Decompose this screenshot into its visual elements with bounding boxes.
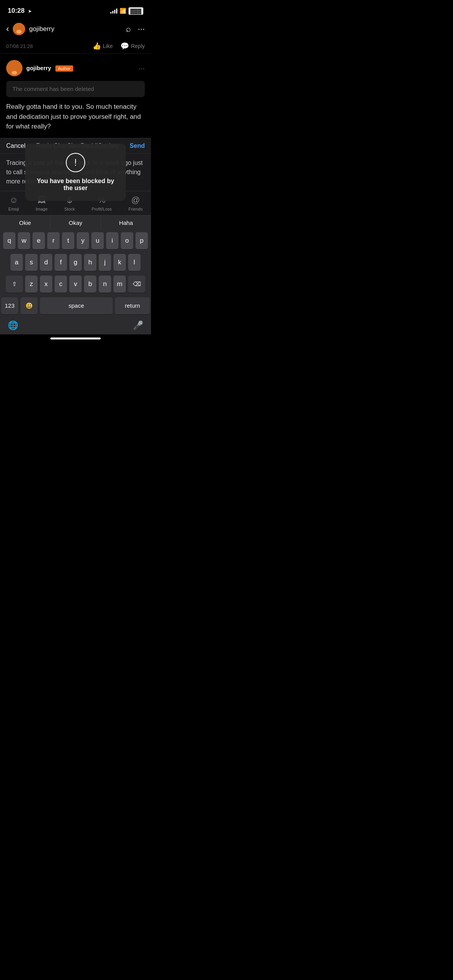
- comment-header: gojiberry Author ···: [6, 60, 145, 76]
- more-options-icon[interactable]: ···: [138, 24, 145, 34]
- like-label: Like: [103, 43, 113, 49]
- status-time-area: 10:28 ➤: [8, 7, 32, 15]
- signal-bar-4: [116, 9, 117, 14]
- reply-label: Reply: [131, 43, 145, 49]
- nav-username: gojiberry: [29, 25, 54, 33]
- wifi-icon: 📶: [120, 8, 126, 14]
- autocomplete-okay[interactable]: Okay: [50, 216, 101, 230]
- fox-avatar-image: [13, 23, 25, 35]
- key-t[interactable]: t: [62, 232, 74, 249]
- nav-left: ‹ gojiberry: [6, 23, 55, 35]
- battery-icon: ▓▓▓: [129, 7, 143, 15]
- autocomplete-bar: Okie Okay Haha: [0, 215, 151, 230]
- blocked-icon: !: [66, 153, 85, 172]
- key-b[interactable]: b: [84, 276, 96, 293]
- key-i[interactable]: i: [106, 232, 118, 249]
- key-h[interactable]: h: [84, 254, 96, 271]
- emoji-toolbar-icon: ☺: [9, 195, 18, 205]
- comment-more-icon[interactable]: ···: [138, 64, 145, 73]
- emoji-toolbar-item[interactable]: ☺ Emoji: [9, 195, 19, 211]
- post-actions: 👍 Like 💬 Reply: [93, 42, 145, 50]
- key-d[interactable]: d: [40, 254, 52, 271]
- post-meta: 07/08 21:28 👍 Like 💬 Reply: [0, 39, 151, 54]
- key-o[interactable]: o: [121, 232, 133, 249]
- key-q[interactable]: q: [3, 232, 15, 249]
- deleted-comment-box: The comment has been deleted: [6, 81, 145, 97]
- key-f[interactable]: f: [55, 254, 67, 271]
- home-bar: [50, 338, 101, 339]
- key-w[interactable]: w: [18, 232, 30, 249]
- key-a[interactable]: a: [10, 254, 23, 271]
- send-button[interactable]: Send: [130, 142, 145, 149]
- key-n[interactable]: n: [99, 276, 111, 293]
- numbers-key[interactable]: 123: [1, 297, 18, 314]
- key-e[interactable]: e: [33, 232, 45, 249]
- comment-section: gojiberry Author ··· The comment has bee…: [0, 54, 151, 138]
- friends-toolbar-label: Friends: [129, 207, 143, 211]
- back-button[interactable]: ‹: [6, 24, 9, 34]
- key-p[interactable]: p: [136, 232, 148, 249]
- reply-icon: 💬: [120, 42, 129, 50]
- space-key[interactable]: space: [40, 297, 113, 314]
- comment-user-info: gojiberry Author: [26, 65, 73, 72]
- keyboard: q w e r t y u i o p a s d f g h j k l ⇧ …: [0, 230, 151, 317]
- keyboard-row-2: a s d f g h j k l: [0, 252, 151, 273]
- avatar: [13, 23, 25, 35]
- like-icon: 👍: [93, 42, 101, 50]
- deleted-comment-text: The comment has been deleted: [12, 86, 94, 92]
- signal-bar-1: [110, 12, 112, 14]
- key-z[interactable]: z: [25, 276, 38, 293]
- like-button[interactable]: 👍 Like: [93, 42, 113, 50]
- shift-key[interactable]: ⇧: [6, 276, 23, 293]
- key-v[interactable]: v: [69, 276, 82, 293]
- input-wrapper: Tracing a post all the way back to a wee…: [0, 154, 151, 191]
- comment-author-name: gojiberry: [26, 65, 51, 71]
- key-l[interactable]: l: [128, 254, 141, 271]
- stock-toolbar-label: Stock: [64, 207, 75, 211]
- post-date: 07/08 21:28: [6, 43, 33, 49]
- signal-bars: [110, 8, 117, 14]
- key-s[interactable]: s: [25, 254, 38, 271]
- signal-bar-2: [112, 11, 113, 14]
- reply-button[interactable]: 💬 Reply: [120, 42, 145, 50]
- comment-body: Really gotta hand it to you. So much ten…: [6, 102, 145, 132]
- globe-icon[interactable]: 🌐: [8, 320, 18, 331]
- keyboard-row-3: ⇧ z x c v b n m ⌫: [0, 273, 151, 295]
- autocomplete-haha[interactable]: Haha: [101, 216, 151, 230]
- friends-toolbar-icon: @: [131, 195, 140, 205]
- signal-bar-3: [114, 10, 115, 14]
- mic-icon[interactable]: 🎤: [133, 320, 143, 331]
- autocomplete-okie[interactable]: Okie: [0, 216, 50, 230]
- backspace-key[interactable]: ⌫: [128, 276, 145, 293]
- location-icon: ➤: [28, 9, 32, 14]
- key-j[interactable]: j: [99, 254, 111, 271]
- status-time: 10:28: [8, 7, 24, 14]
- blocked-overlay: ! You have been blocked by the user: [25, 144, 126, 201]
- comment-user: gojiberry Author: [6, 60, 73, 76]
- author-badge: Author: [55, 65, 73, 72]
- keyboard-row-1: q w e r t y u i o p: [0, 230, 151, 252]
- comment-avatar: [6, 60, 22, 76]
- key-g[interactable]: g: [69, 254, 82, 271]
- profitloss-toolbar-label: Profit/Loss: [92, 207, 112, 211]
- key-x[interactable]: x: [40, 276, 52, 293]
- blocked-message: You have been blocked by the user: [37, 178, 114, 192]
- key-c[interactable]: c: [55, 276, 67, 293]
- key-k[interactable]: k: [113, 254, 126, 271]
- search-icon[interactable]: ⌕: [126, 24, 131, 34]
- emoji-key[interactable]: 😃: [21, 297, 38, 314]
- return-key[interactable]: return: [115, 297, 150, 314]
- home-indicator: [0, 334, 151, 343]
- friends-toolbar-item[interactable]: @ Friends: [129, 195, 143, 211]
- key-r[interactable]: r: [47, 232, 60, 249]
- key-m[interactable]: m: [113, 276, 126, 293]
- status-icons: 📶 ▓▓▓: [110, 7, 143, 15]
- status-bar: 10:28 ➤ 📶 ▓▓▓: [0, 0, 151, 19]
- comment-fox-image: [6, 60, 22, 76]
- key-y[interactable]: y: [77, 232, 89, 249]
- image-toolbar-label: Image: [36, 207, 48, 211]
- cancel-button[interactable]: Cancel: [6, 142, 26, 149]
- key-u[interactable]: u: [91, 232, 104, 249]
- bottom-bar: 🌐 🎤: [0, 317, 151, 334]
- nav-right: ⌕ ···: [126, 24, 145, 34]
